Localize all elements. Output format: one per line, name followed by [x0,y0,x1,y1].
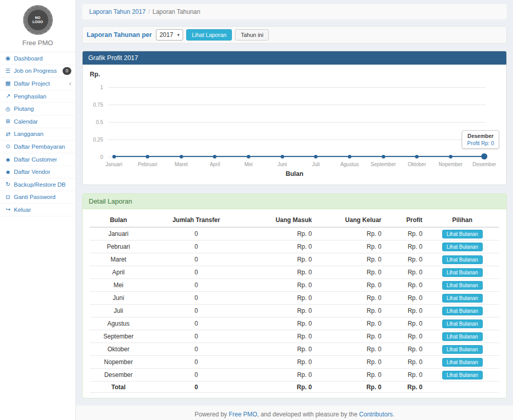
cell: Rp. 0 [245,227,315,241]
x-tick-label: Juli [312,162,320,167]
cell: Rp. 0 [315,356,385,369]
cell: Rp. 0 [245,317,315,330]
sidebar-item-keluar[interactable]: ↪Keluar [0,204,75,216]
gridline [108,157,486,157]
breadcrumb-separator: / [148,8,150,15]
job-on-progress-icon: ☰ [4,68,12,74]
cell: Rp. 0 [385,279,426,292]
data-point-januari[interactable] [112,155,116,158]
sidebar-item-daftar-customer[interactable]: ☻Daftar Customer [0,153,75,166]
cell-action: Lihat Bulanan [425,279,499,292]
sidebar-item-job-on-progress[interactable]: ☰Job on Progress0 [0,65,75,78]
series-band: JanuariPebruariMaretAprilMeiJuniJuliAgus… [114,87,484,157]
breadcrumb-link[interactable]: Laporan Tahun 2017 [89,8,146,15]
data-point-agustus[interactable] [348,155,351,158]
sidebar-item-dashboard[interactable]: ◉Dashboard [0,52,75,65]
cell: Desember [90,369,147,382]
footer-contributors-link[interactable]: Contributors [359,411,392,418]
x-tick-label: Pebruari [138,162,157,167]
data-point-desember[interactable] [481,153,487,159]
data-point-mei[interactable] [247,155,250,158]
brand-name: Free PMO [3,39,72,47]
sidebar-item-daftar-vendor[interactable]: ☻Daftar Vendor [0,166,75,178]
tahun-ini-button[interactable]: Tahun ini [235,29,269,41]
lihat-bulanan-button[interactable]: Lihat Bulanan [442,230,483,238]
app-logo: NO LOGO [23,5,53,35]
cell: Rp. 0 [315,330,385,343]
data-point-oktober[interactable] [415,155,419,158]
report-table-head-row: BulanJumlah TransferUang MasukUang Kelua… [90,213,499,227]
tooltip-title: Desember [467,133,494,139]
lihat-bulanan-button[interactable]: Lihat Bulanan [442,345,483,354]
cell: Juni [90,292,147,305]
footer-brand-link[interactable]: Free PMO [229,411,257,418]
cell: Rp. 0 [385,292,426,305]
sidebar-item-ganti-password[interactable]: ⊡Ganti Password [0,191,75,204]
data-point-september[interactable] [382,155,385,158]
y-tick-label: 0.75 [93,102,103,108]
sidebar-item-calendar[interactable]: ⊞Calendar [0,115,75,128]
year-select[interactable]: 2017 ▾ [156,29,183,41]
table-row: Juni0Rp. 0Rp. 0Rp. 0Lihat Bulanan [90,292,499,305]
y-axis-label: Rp. [90,71,100,78]
sidebar: NO LOGO Free PMO ◉Dashboard☰Job on Progr… [0,0,76,420]
sidebar-item-label: Job on Progress [14,68,57,74]
lihat-bulanan-button[interactable]: Lihat Bulanan [442,332,483,341]
sidebar-item-piutang[interactable]: ◎Piutang [0,103,75,115]
sidebar-item-penghasilan[interactable]: ↗Penghasilan [0,90,75,103]
lihat-bulanan-button[interactable]: Lihat Bulanan [442,281,483,290]
lihat-bulanan-button[interactable]: Lihat Bulanan [442,268,483,277]
cell: Nopember [90,356,147,369]
table-row: Mei0Rp. 0Rp. 0Rp. 0Lihat Bulanan [90,279,499,292]
lihat-bulanan-button[interactable]: Lihat Bulanan [442,319,483,328]
cell: 0 [147,227,246,241]
lihat-bulanan-button[interactable]: Lihat Bulanan [442,358,483,367]
cell: Rp. 0 [315,266,385,279]
sidebar-item-daftar-pembayaran[interactable]: ⊙Daftar Pembayaran [0,141,75,153]
profit-line [114,156,484,157]
lihat-bulanan-button[interactable]: Lihat Bulanan [442,371,483,379]
sidebar-item-backup-restore-db[interactable]: ↻Backup/Restore DB [0,178,75,191]
cell: Rp. 0 [245,343,315,356]
data-point-maret[interactable] [180,155,183,158]
cell: Pebruari [90,241,147,253]
cell: 0 [147,253,246,266]
sidebar-item-daftar-project[interactable]: ▦Daftar Project‹ [0,77,75,90]
table-row: Agustus0Rp. 0Rp. 0Rp. 0Lihat Bulanan [90,317,499,330]
x-tick-label: Desember [472,162,496,167]
cell: Rp. 0 [385,227,426,241]
data-point-nopember[interactable] [449,155,452,158]
data-point-pebruari[interactable] [146,155,149,158]
cell-action: Lihat Bulanan [425,253,499,266]
cell: Rp. 0 [385,317,426,330]
data-point-juli[interactable] [314,155,318,158]
cell: Rp. 0 [245,266,315,279]
main-content: Laporan Tahun 2017/Laporan Tahunan Lapor… [76,0,513,420]
sidebar-item-langganan[interactable]: ⇄Langganan [0,128,75,141]
cell: 0 [147,382,246,393]
x-tick-label: Januari [106,162,123,167]
lihat-bulanan-button[interactable]: Lihat Bulanan [442,307,483,315]
x-tick-label: Oktober [408,162,426,167]
cell: Rp. 0 [245,369,315,382]
lihat-bulanan-button[interactable]: Lihat Bulanan [442,255,483,264]
cell: 0 [147,330,246,343]
table-row: Juli0Rp. 0Rp. 0Rp. 0Lihat Bulanan [90,305,499,317]
cell: September [90,330,147,343]
data-point-april[interactable] [213,155,216,158]
data-point-juni[interactable] [281,155,284,158]
tooltip-value: Profit Rp: 0 [467,140,494,146]
lihat-laporan-button[interactable]: Lihat Laporan [186,29,232,41]
column-header: Uang Keluar [315,213,385,227]
cell: Rp. 0 [385,330,426,343]
x-tick-label: Maret [174,162,188,167]
footer-text: Powered by [194,411,229,418]
daftar-pembayaran-icon: ⊙ [4,143,12,150]
plot-area: JanuariPebruariMaretAprilMeiJuniJuliAgus… [108,87,486,157]
x-tick-label: Mei [244,162,252,167]
chart-panel-title: Grafik Profit 2017 [83,51,506,65]
lihat-bulanan-button[interactable]: Lihat Bulanan [442,243,483,251]
lihat-bulanan-button[interactable]: Lihat Bulanan [442,294,483,303]
cell-action: Lihat Bulanan [425,227,499,241]
sidebar-item-label: Penghasilan [14,93,46,99]
